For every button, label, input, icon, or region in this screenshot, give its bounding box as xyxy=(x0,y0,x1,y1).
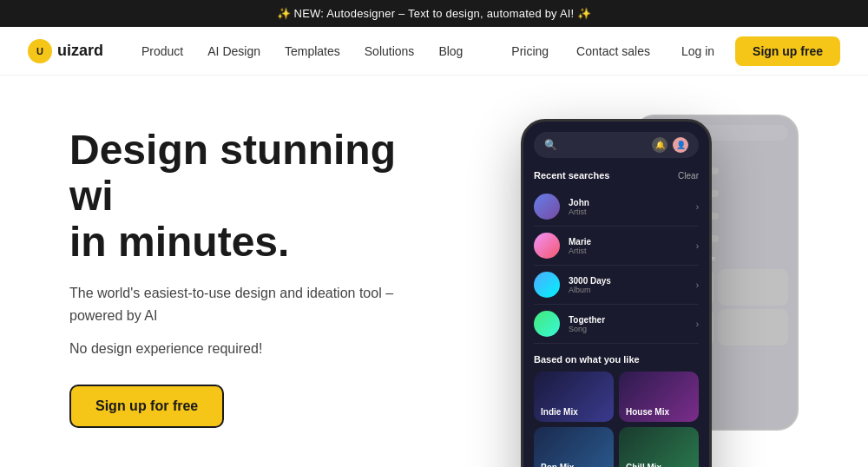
nav-item-product[interactable]: Product xyxy=(131,37,194,65)
based-on-section: Based on what you like Indie Mix House M… xyxy=(534,354,699,467)
search-item: 3000 Days Album › xyxy=(534,266,699,305)
search-item: Marie Artist › xyxy=(534,227,699,266)
search-arrow-icon: › xyxy=(696,202,699,212)
hero-cta-button[interactable]: Sign up for free xyxy=(69,385,224,428)
search-item-info: Marie Artist xyxy=(569,237,687,255)
mix-card-pop[interactable]: Pop Mix xyxy=(534,427,614,467)
search-item-name: John xyxy=(569,198,687,207)
search-arrow-icon: › xyxy=(696,319,699,329)
nav-left: Product AI Design Templates Solutions Bl… xyxy=(131,37,501,65)
login-button[interactable]: Log in xyxy=(667,37,728,65)
search-item-type: Artist xyxy=(569,247,687,255)
phone-search-bar: 🔍 🔔 👤 xyxy=(534,132,699,158)
announcement-banner: ✨ NEW: Autodesigner – Text to design, au… xyxy=(0,0,868,27)
search-item-name: 3000 Days xyxy=(569,276,687,286)
nav-item-blog[interactable]: Blog xyxy=(428,37,473,65)
banner-text: ✨ NEW: Autodesigner – Text to design, au… xyxy=(277,7,592,20)
nav-right: Pricing Contact sales Log in Sign up fre… xyxy=(501,36,840,66)
mix-card-indie[interactable]: Indie Mix xyxy=(534,372,614,422)
nav-pricing[interactable]: Pricing xyxy=(501,37,559,65)
search-item-name: Marie xyxy=(569,237,687,247)
search-avatar xyxy=(534,311,560,337)
search-item-info: John Artist xyxy=(569,198,687,216)
hero-text: Design stunning wi in minutes. The world… xyxy=(69,110,434,428)
search-arrow-icon: › xyxy=(696,280,699,290)
hero-sub2: No design experience required! xyxy=(69,341,434,357)
nav-item-templates[interactable]: Templates xyxy=(274,37,351,65)
based-on-label: Based on what you like xyxy=(534,354,699,365)
search-item: Together Song › xyxy=(534,305,699,344)
recent-searches-label: Recent searches Clear xyxy=(534,170,699,181)
logo[interactable]: U uizard xyxy=(28,39,103,63)
nav-item-ai-design[interactable]: AI Design xyxy=(197,37,271,65)
logo-text: uizard xyxy=(57,42,103,60)
search-item-type: Album xyxy=(569,286,687,294)
phone-mockup: 🔍 🔔 👤 Recent searches Clear John Artis xyxy=(521,119,712,467)
search-avatar xyxy=(534,233,560,259)
search-avatar xyxy=(534,194,560,220)
phone-bell-icon: 🔔 xyxy=(652,137,667,153)
mockup-area: Recent searches Based on what you like xyxy=(434,110,799,467)
hero-title: Design stunning wi in minutes. xyxy=(69,128,434,265)
search-arrow-icon: › xyxy=(696,241,699,251)
search-item-type: Artist xyxy=(569,207,687,216)
logo-icon: U xyxy=(28,39,52,63)
hero-section: Design stunning wi in minutes. The world… xyxy=(0,76,868,467)
nav-item-solutions[interactable]: Solutions xyxy=(354,37,425,65)
nav-contact[interactable]: Contact sales xyxy=(566,37,661,65)
mix-grid: Indie Mix House Mix Pop Mix Chill Mix xyxy=(534,372,699,467)
search-item-info: Together Song xyxy=(569,315,687,333)
signup-button[interactable]: Sign up free xyxy=(735,36,840,66)
hero-subtitle: The world's easiest-to-use design and id… xyxy=(69,282,434,326)
phone-search-icon: 🔍 xyxy=(544,139,557,151)
mix-card-house[interactable]: House Mix xyxy=(619,372,699,422)
search-item: John Artist › xyxy=(534,187,699,227)
mix-card-chill[interactable]: Chill Mix xyxy=(619,427,699,467)
phone-user-icon: 👤 xyxy=(673,137,688,153)
search-item-name: Together xyxy=(569,315,687,325)
search-avatar xyxy=(534,272,560,298)
search-item-info: 3000 Days Album xyxy=(569,276,687,294)
navbar: U uizard Product AI Design Templates Sol… xyxy=(0,27,868,76)
search-item-type: Song xyxy=(569,325,687,333)
clear-button[interactable]: Clear xyxy=(678,171,699,181)
